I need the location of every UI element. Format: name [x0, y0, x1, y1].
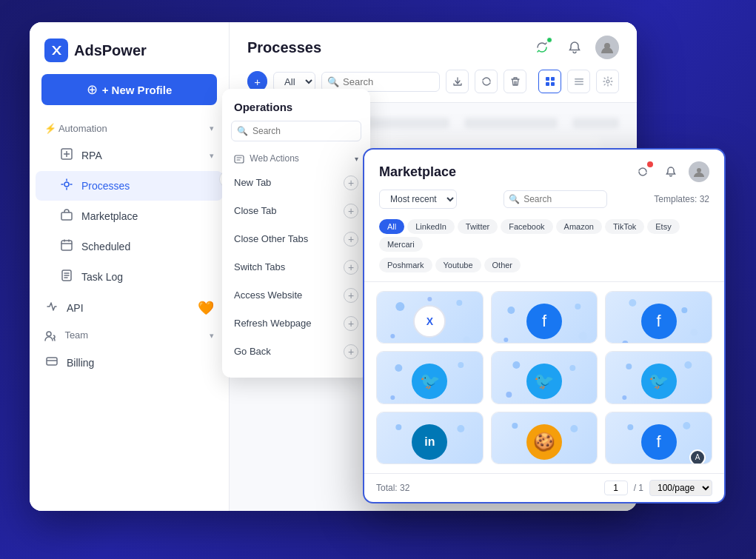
mkt-card-3-icon: f — [641, 304, 677, 339]
svg-rect-2 — [61, 212, 72, 220]
delete-button[interactable] — [504, 70, 526, 93]
sidebar-item-tasklog[interactable]: Task Log — [36, 262, 223, 292]
sidebar-automation-label[interactable]: ⚡ Automation ▾ — [36, 117, 223, 140]
mkt-card-7-thumb: in — [377, 412, 483, 464]
ops-web-actions-group[interactable]: Web Actions ▾ — [222, 149, 370, 169]
mkt-card-6-thumb: 🐦 — [606, 352, 712, 404]
svg-point-26 — [578, 332, 587, 341]
filter-etsy[interactable]: Etsy — [647, 219, 679, 234]
sidebar-item-processes[interactable]: Processes — [36, 171, 223, 201]
ops-item-close-tab[interactable]: Close Tab + — [222, 197, 370, 225]
sync-button[interactable] — [530, 36, 554, 59]
settings-button[interactable] — [596, 70, 619, 93]
mkt-card-8[interactable]: 🍪 Cookie Manager Other ↓ 890 — [491, 412, 598, 464]
api-badge: 🧡 — [198, 300, 214, 316]
mkt-card-5[interactable]: 🐦 Twitter Tweets Like, Retweet Twitter ↓… — [491, 351, 598, 404]
mkt-avatar[interactable] — [689, 161, 709, 182]
filter-all[interactable]: All — [379, 219, 404, 234]
marketplace-sort-select[interactable]: Most recent — [379, 190, 457, 209]
filter-mercari[interactable]: Mercari — [379, 237, 423, 252]
svg-point-29 — [623, 341, 629, 344]
sidebar-item-rpa[interactable]: RPA ▾ — [36, 141, 223, 170]
mkt-badge-red — [647, 161, 653, 167]
grid-view-button[interactable] — [567, 70, 590, 93]
ops-plus-new-tab[interactable]: + — [344, 175, 358, 190]
billing-label: Billing — [67, 357, 94, 369]
sidebar-automation-section: ⚡ Automation ▾ RPA ▾ Processes — [30, 117, 229, 292]
ops-plus-switch-tabs[interactable]: + — [344, 260, 358, 275]
sidebar-item-scheduled[interactable]: Scheduled — [36, 232, 223, 261]
ops-plus-go-back[interactable]: + — [344, 344, 358, 359]
notification-button[interactable] — [563, 36, 586, 59]
svg-rect-10 — [546, 82, 549, 86]
svg-point-22 — [427, 297, 432, 301]
ops-item-new-tab[interactable]: New Tab + — [222, 169, 370, 197]
ops-item-go-back[interactable]: Go Back + — [222, 338, 370, 366]
mkt-card-9[interactable]: f A Facebook Profile Facebook ↓ 2,100 — [605, 412, 712, 464]
search-icon: 🔍 — [327, 76, 339, 87]
mkt-card-1[interactable]: X Authorize Facebook ad accounts to XMP … — [376, 291, 484, 344]
svg-point-19 — [456, 300, 462, 306]
mkt-card-1-icon: X — [413, 305, 446, 338]
filter-linkedin[interactable]: LinkedIn — [407, 219, 455, 234]
mkt-sync-button[interactable] — [632, 161, 653, 182]
filter-tiktok[interactable]: TikTok — [605, 219, 644, 234]
svg-point-38 — [685, 361, 692, 369]
page-number-input[interactable] — [604, 481, 628, 495]
mkt-card-3-thumb: f — [606, 292, 712, 344]
list-view-button[interactable] — [538, 70, 561, 93]
ops-plus-close-other-tabs[interactable]: + — [344, 232, 358, 247]
new-profile-button[interactable]: ⊕ + New Profile — [41, 74, 217, 105]
svg-point-21 — [463, 336, 470, 344]
page-total-label: / 1 — [634, 483, 643, 493]
svg-point-36 — [506, 392, 512, 398]
ops-item-refresh-webpage[interactable]: Refresh Webpage + — [222, 309, 370, 338]
mkt-card-9-extra-badge: A — [689, 449, 706, 464]
user-avatar[interactable] — [595, 36, 619, 59]
mkt-card-7[interactable]: in LinkedIn Connect LinkedIn ↓ 1,200 — [376, 412, 484, 464]
ops-search-input[interactable] — [231, 121, 361, 141]
automation-chevron-icon: ▾ — [210, 124, 214, 133]
sidebar-item-team[interactable]: Team ▾ — [36, 324, 223, 348]
ops-item-access-website[interactable]: Access Website + — [222, 281, 370, 309]
svg-rect-11 — [551, 82, 555, 86]
filter-other[interactable]: Other — [484, 258, 521, 272]
team-chevron-icon: ▾ — [210, 331, 214, 341]
mkt-card-4[interactable]: 🐦 Twitter Retweet, Tweet Twitter ↓ 4,141 — [376, 351, 484, 404]
scheduled-icon — [59, 239, 74, 254]
svg-point-31 — [395, 364, 402, 372]
ops-item-switch-tabs[interactable]: Switch Tabs + — [222, 253, 370, 281]
logo-icon — [44, 39, 68, 62]
per-page-select[interactable]: 100/page — [649, 480, 712, 496]
svg-point-15 — [606, 80, 609, 83]
svg-point-25 — [504, 338, 508, 342]
svg-point-27 — [629, 299, 637, 307]
ops-plus-access-website[interactable]: + — [344, 288, 358, 303]
filter-facebook[interactable]: Facebook — [501, 219, 552, 234]
marketplace-header-icons — [632, 161, 709, 182]
refresh-button[interactable] — [475, 70, 498, 93]
ops-plus-close-tab[interactable]: + — [344, 204, 358, 218]
filter-twitter[interactable]: Twitter — [458, 219, 498, 234]
filter-amazon[interactable]: Amazon — [556, 219, 602, 234]
mkt-notification-button[interactable] — [660, 161, 681, 182]
svg-point-42 — [512, 423, 518, 429]
export-button[interactable] — [446, 70, 469, 93]
svg-rect-9 — [551, 77, 555, 81]
sidebar-item-billing[interactable]: Billing — [36, 348, 223, 378]
filter-poshmark[interactable]: Poshmark — [379, 258, 432, 272]
ops-search-wrap: 🔍 — [231, 121, 361, 141]
header-icons — [530, 36, 619, 59]
marketplace-icon — [59, 209, 74, 224]
sidebar-item-api[interactable]: API 🧡 — [36, 292, 223, 324]
filter-youtube[interactable]: Youtube — [435, 258, 481, 272]
ops-plus-refresh-webpage[interactable]: + — [344, 316, 358, 331]
marketplace-title: Marketplace — [379, 164, 456, 180]
rpa-icon — [59, 148, 74, 163]
mkt-card-3[interactable]: f Get Facebook ad account quality Facebo… — [605, 291, 712, 344]
mkt-card-6[interactable]: 🐦 Twitter likes tweets, comments on twee… — [605, 351, 712, 404]
sidebar-item-marketplace[interactable]: Marketplace — [36, 201, 223, 231]
mkt-card-2[interactable]: f FB account creation homepage Facebook … — [491, 291, 598, 344]
svg-point-5 — [47, 332, 51, 336]
ops-item-close-other-tabs[interactable]: Close Other Tabs + — [222, 225, 370, 253]
